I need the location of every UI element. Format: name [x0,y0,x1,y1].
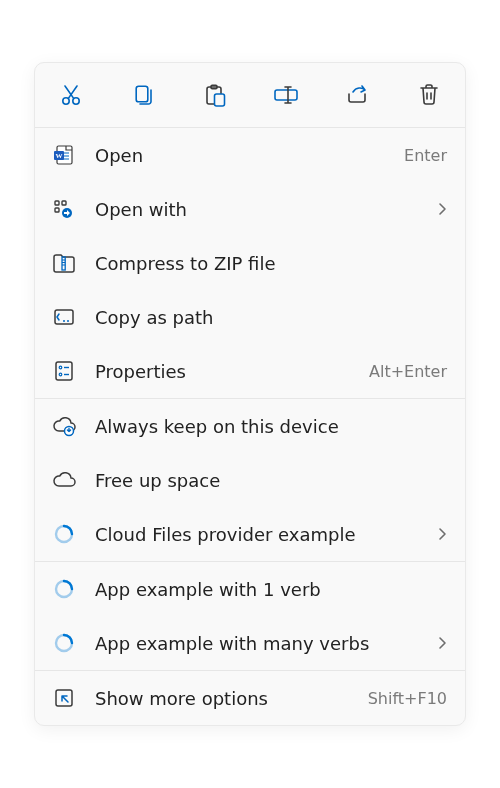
chevron-right-icon [434,202,447,216]
menu-item-cloud-provider[interactable]: Cloud Files provider example [35,507,465,561]
svg-rect-5 [215,94,225,106]
cut-icon [59,83,83,107]
svg-rect-17 [62,257,65,270]
svg-point-22 [63,320,65,322]
menu-item-label: Compress to ZIP file [95,253,447,274]
menu-item-accelerator: Enter [404,146,447,165]
menu-item-label: Cloud Files provider example [95,524,416,545]
menu-item-label: Show more options [95,688,350,709]
rename-icon [273,83,299,107]
menu-item-label: Open with [95,199,416,220]
menu-item-show-more[interactable]: Show more options Shift+F10 [35,671,465,725]
menu-item-properties[interactable]: Properties Alt+Enter [35,344,465,398]
menu-item-open-with[interactable]: Open with [35,182,465,236]
copy-path-icon [51,304,77,330]
rename-button[interactable] [256,71,316,119]
menu-item-accelerator: Alt+Enter [369,362,447,381]
menu-item-label: App example with many verbs [95,633,416,654]
toolbar [35,63,465,127]
menu-group: Always keep on this device Free up space… [35,399,465,561]
menu-group: Show more options Shift+F10 [35,671,465,725]
menu-item-always-keep[interactable]: Always keep on this device [35,399,465,453]
delete-button[interactable] [399,71,459,119]
svg-text:W: W [56,152,63,160]
chevron-right-icon [434,636,447,650]
svg-rect-24 [56,362,72,380]
menu-item-compress[interactable]: Compress to ZIP file [35,236,465,290]
cloud-icon [51,467,77,493]
share-icon [345,83,369,107]
menu-item-app-one-verb[interactable]: App example with 1 verb [35,562,465,616]
open-with-icon [51,196,77,222]
svg-point-25 [59,366,62,369]
cut-button[interactable] [41,71,101,119]
svg-rect-14 [55,208,59,212]
delete-icon [418,83,440,107]
menu-item-label: Always keep on this device [95,416,447,437]
svg-rect-15 [62,201,66,205]
menu-item-label: Free up space [95,470,447,491]
paste-button[interactable] [184,71,244,119]
show-more-icon [51,685,77,711]
spinner-icon [51,630,77,656]
svg-rect-2 [136,86,148,102]
menu-item-copy-path[interactable]: Copy as path [35,290,465,344]
paste-icon [202,83,226,107]
menu-item-app-many-verbs[interactable]: App example with many verbs [35,616,465,670]
svg-point-27 [59,373,62,376]
copy-icon [131,83,155,107]
menu-item-label: Copy as path [95,307,447,328]
menu-group: W Open Enter Open with [35,128,465,398]
word-icon: W [51,142,77,168]
zip-icon [51,250,77,276]
menu-item-free-up[interactable]: Free up space [35,453,465,507]
copy-button[interactable] [113,71,173,119]
svg-rect-13 [55,201,59,205]
menu-item-open[interactable]: W Open Enter [35,128,465,182]
menu-item-label: App example with 1 verb [95,579,447,600]
menu-item-label: Properties [95,361,351,382]
properties-icon [51,358,77,384]
chevron-right-icon [434,527,447,541]
share-button[interactable] [327,71,387,119]
svg-rect-6 [275,90,297,100]
context-menu: W Open Enter Open with [34,62,466,726]
menu-item-accelerator: Shift+F10 [368,689,447,708]
cloud-keep-icon [51,413,77,439]
menu-item-label: Open [95,145,386,166]
menu-group: App example with 1 verb App example with… [35,562,465,670]
svg-point-23 [67,320,69,322]
spinner-icon [51,521,77,547]
spinner-icon [51,576,77,602]
